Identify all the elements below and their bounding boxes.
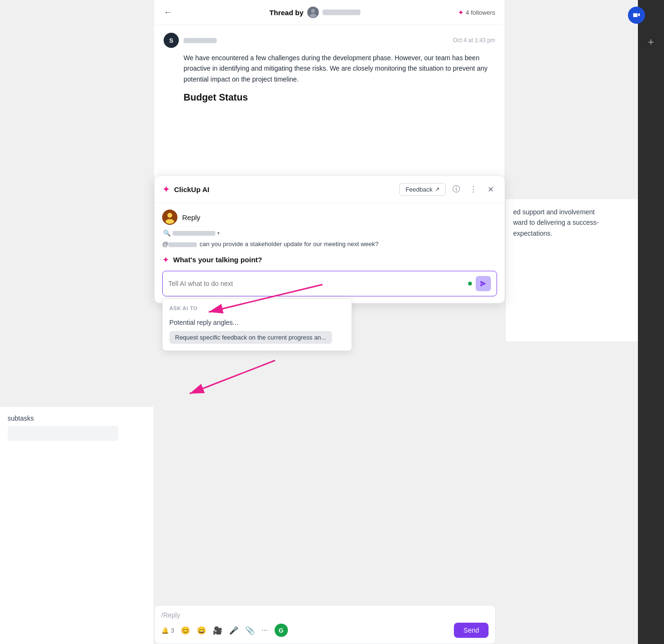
ai-panel-title: ClickUp AI (174, 185, 396, 193)
context-row: 🔍 ▾ (162, 230, 497, 237)
reply-slash-label: /Reply (161, 611, 489, 619)
mic-button[interactable]: 🎤 (229, 626, 239, 635)
ask-ai-section-label: ASK AI TO (169, 305, 345, 311)
user-avatar-inner (162, 210, 177, 225)
at-mention-text: can you provide a stakeholder update for… (200, 240, 378, 248)
followers-badge: ✦ 4 followers (458, 8, 495, 17)
message-header: S Oct 4 at 1:43 pm (164, 33, 495, 48)
reply-row: Reply (162, 210, 497, 225)
reply-toolbar: 🔔 3 😊 😄 🎥 🎤 📎 ··· G Send (161, 623, 489, 638)
add-reaction-button[interactable]: 😄 (197, 626, 206, 635)
back-button[interactable]: ← (164, 8, 172, 18)
talking-point-label: What's your talking point? (173, 256, 262, 264)
thread-panel: ← Thread by ✦ 4 followers S Oct 4 at 1:4… (154, 0, 505, 199)
suggestion-button-1[interactable]: Request specific feedback on the current… (169, 331, 332, 344)
grammarly-button[interactable]: G (275, 624, 288, 637)
subtask-placeholder (8, 426, 119, 441)
chevron-down-icon[interactable]: ▾ (217, 230, 220, 236)
close-button[interactable]: ✕ (484, 183, 497, 196)
thread-title-label: Thread by (269, 9, 304, 17)
svg-point-1 (311, 9, 315, 13)
send-button[interactable]: Send (454, 623, 489, 638)
plus-button[interactable]: + (648, 36, 654, 48)
feedback-label: Feedback (406, 186, 433, 193)
ai-panel-content: Reply 🔍 ▾ @ can you provide a stakeholde… (155, 203, 505, 303)
ai-sparkle-icon: ✦ (162, 184, 170, 195)
video-call-button[interactable] (628, 7, 645, 24)
ask-ai-dropdown: ASK AI TO Potential reply angles... Requ… (162, 298, 352, 351)
bottom-left-panel: subtasks (0, 407, 154, 644)
right-panel-text-1: ed support and involvement (513, 207, 630, 217)
more-options-button[interactable]: ⋮ (467, 183, 480, 196)
thread-author-avatar (307, 7, 319, 18)
svg-point-5 (166, 219, 174, 224)
ai-input[interactable] (168, 280, 464, 287)
message-avatar: S (164, 33, 179, 48)
emoji-button[interactable]: 😊 (181, 626, 190, 635)
context-name (173, 231, 215, 236)
attachment-button[interactable]: 📎 (245, 626, 255, 635)
notification-count: 🔔 3 (161, 627, 174, 634)
ai-panel: ✦ ClickUp AI Feedback ↗ ⓘ ⋮ ✕ (154, 175, 505, 304)
suggestion-item-1[interactable]: Potential reply angles... (169, 316, 345, 329)
ai-send-button[interactable] (476, 276, 491, 291)
svg-point-2 (310, 14, 316, 18)
bell-icon: 🔔 (161, 627, 169, 634)
user-avatar (162, 210, 177, 225)
mention-name (168, 242, 197, 247)
reply-area: /Reply 🔔 3 😊 😄 🎥 🎤 📎 ··· G Send (154, 605, 496, 644)
at-symbol: @ (162, 240, 168, 248)
svg-point-4 (167, 213, 172, 218)
count-label: 3 (171, 627, 174, 634)
ai-panel-header: ✦ ClickUp AI Feedback ↗ ⓘ ⋮ ✕ (155, 176, 505, 203)
info-button[interactable]: ⓘ (450, 183, 463, 196)
thread-author-name (323, 9, 360, 15)
info-icon: ⓘ (452, 184, 460, 194)
at-mention-row: @ can you provide a stakeholder update f… (162, 239, 497, 249)
thread-message: S Oct 4 at 1:43 pm We have encountered a… (154, 25, 505, 110)
video-button[interactable]: 🎥 (213, 626, 222, 635)
sparkle-icon: ✦ (458, 8, 464, 17)
search-icon: 🔍 (163, 230, 171, 237)
external-link-icon: ↗ (435, 186, 440, 193)
close-icon: ✕ (488, 185, 494, 194)
followers-label: 4 followers (466, 9, 495, 16)
status-dot (468, 282, 472, 285)
message-body: We have encountered a few challenges dur… (164, 53, 495, 84)
thread-header: ← Thread by ✦ 4 followers (154, 0, 505, 25)
more-icon: ⋮ (470, 185, 477, 194)
subtasks-label: subtasks (8, 414, 146, 422)
talking-sparkle-icon: ✦ (162, 255, 169, 265)
budget-heading: Budget Status (164, 92, 495, 103)
ai-input-row (162, 271, 497, 296)
right-content-panel: ed support and involvement ward to deliv… (505, 199, 638, 341)
message-username (184, 38, 217, 43)
thread-title: Thread by (178, 7, 452, 18)
right-panel-text-3: expectations. (513, 228, 630, 239)
talking-point-row: ✦ What's your talking point? (162, 255, 497, 265)
reply-label: Reply (182, 213, 200, 221)
right-sidebar: + (638, 0, 664, 644)
message-timestamp: Oct 4 at 1:43 pm (453, 37, 495, 44)
svg-line-8 (190, 360, 275, 394)
feedback-button[interactable]: Feedback ↗ (399, 183, 446, 196)
right-panel-text-2: ward to delivering a success- (513, 217, 630, 228)
more-toolbar-button[interactable]: ··· (261, 626, 267, 635)
